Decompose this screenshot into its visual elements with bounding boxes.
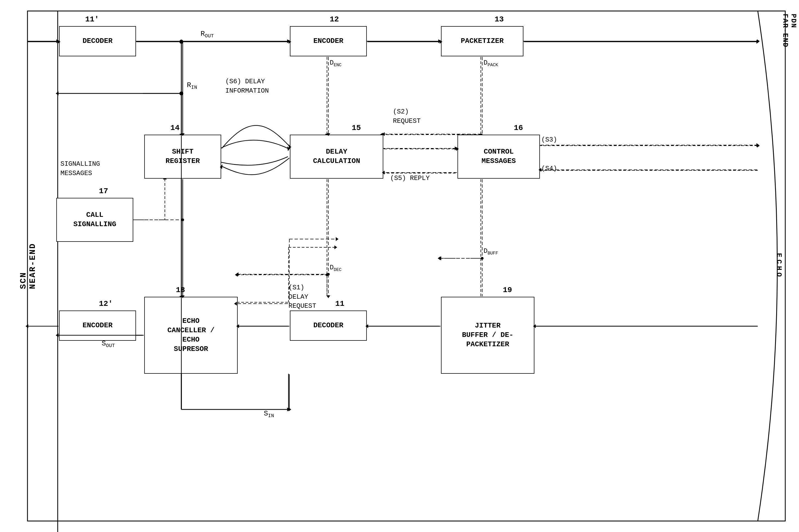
svg-point-102 bbox=[481, 257, 483, 260]
control-msg-block: CONTROLMESSAGES bbox=[457, 135, 540, 178]
svg-marker-98 bbox=[326, 296, 330, 298]
decoder-bot-block: DECODER bbox=[290, 310, 367, 341]
decoder-top-block: DECODER bbox=[59, 26, 136, 56]
encoder-bot-block: ENCODER bbox=[59, 310, 136, 341]
encoder-top-block: ENCODER bbox=[290, 26, 367, 56]
svg-marker-40 bbox=[455, 147, 457, 150]
svg-point-34 bbox=[326, 273, 328, 276]
left-label: SCNNEAR-END bbox=[19, 243, 37, 289]
right-label: PDNFAR-END bbox=[781, 14, 798, 48]
signalling-msg-label: SIGNALLINGMESSAGES bbox=[60, 159, 100, 178]
ref-11: 11 bbox=[335, 300, 345, 308]
r-in-label: RIN bbox=[187, 81, 197, 90]
ref-12: 12 bbox=[330, 15, 339, 24]
d-buff-label: DBUFF bbox=[483, 247, 498, 256]
svg-marker-79 bbox=[756, 40, 759, 44]
ref-12prime: 12' bbox=[99, 300, 113, 308]
packetizer-block: PACKETIZER bbox=[441, 26, 524, 56]
echo-label: ECHO bbox=[775, 253, 783, 279]
svg-point-83 bbox=[179, 92, 183, 95]
svg-marker-33 bbox=[235, 273, 238, 277]
svg-marker-64 bbox=[287, 147, 290, 151]
svg-marker-3 bbox=[56, 39, 59, 43]
ref-17: 17 bbox=[99, 187, 108, 195]
s1-label: (S1)DELAYREQUEST bbox=[288, 283, 316, 311]
svg-marker-54 bbox=[56, 333, 58, 337]
svg-marker-18 bbox=[56, 92, 58, 95]
s2-label: (S2)REQUEST bbox=[393, 107, 421, 126]
svg-marker-5 bbox=[287, 39, 290, 43]
svg-point-115 bbox=[181, 218, 184, 221]
echo-cancel-block: ECHOCANCELLER /ECHOSUPRESOR bbox=[144, 297, 238, 374]
ref-14: 14 bbox=[170, 124, 180, 132]
svg-marker-108 bbox=[756, 143, 759, 147]
ref-15: 15 bbox=[352, 124, 361, 132]
ref-13: 13 bbox=[495, 15, 504, 24]
svg-marker-44 bbox=[757, 144, 760, 148]
svg-marker-67 bbox=[287, 407, 290, 411]
svg-marker-60 bbox=[335, 245, 337, 249]
svg-point-11 bbox=[180, 40, 183, 43]
svg-marker-7 bbox=[438, 39, 441, 43]
s-in-label: SIN bbox=[264, 410, 274, 419]
r-out-label: ROUT bbox=[201, 30, 214, 39]
svg-marker-9 bbox=[757, 39, 760, 43]
d-pack-label: DPACK bbox=[483, 59, 498, 68]
diagram-svg bbox=[0, 0, 799, 532]
svg-marker-135 bbox=[25, 324, 28, 328]
d-enc-label: DENC bbox=[330, 59, 342, 68]
ref-19: 19 bbox=[503, 286, 512, 294]
jitter-buf-block: JITTERBUFFER / DE-PACKETIZER bbox=[441, 297, 534, 374]
svg-point-75 bbox=[179, 40, 183, 44]
diagram-container: SCNNEAR-END PDNFAR-END ECHO DECODER 11' … bbox=[0, 0, 799, 532]
s-out-label: SOUT bbox=[102, 339, 115, 348]
s5-label: (S5) REPLY bbox=[390, 174, 430, 182]
svg-marker-38 bbox=[438, 256, 440, 260]
s3-label: (S3) bbox=[541, 136, 557, 144]
delay-calc-block: DELAYCALCULATION bbox=[290, 135, 383, 178]
d-dec-label: DDEC bbox=[330, 264, 342, 272]
svg-marker-133 bbox=[288, 407, 291, 411]
svg-marker-82 bbox=[56, 92, 58, 95]
call-signalling-block: CALLSIGNALLING bbox=[56, 198, 133, 242]
svg-rect-0 bbox=[27, 11, 785, 521]
s4-label: (S4) bbox=[541, 165, 557, 172]
ref-11prime: 11' bbox=[85, 15, 99, 24]
svg-marker-96 bbox=[236, 272, 239, 276]
ref-18: 18 bbox=[176, 286, 185, 294]
svg-marker-101 bbox=[438, 256, 441, 260]
svg-marker-121 bbox=[336, 237, 339, 241]
svg-point-17 bbox=[180, 92, 183, 95]
svg-point-94 bbox=[327, 273, 330, 276]
ref-16: 16 bbox=[514, 124, 523, 132]
shift-register-block: SHIFTREGISTER bbox=[144, 135, 221, 178]
svg-marker-129 bbox=[56, 333, 58, 337]
arrows-overlay-svg bbox=[0, 0, 799, 532]
s6-label: (S6) DELAYINFORMATION bbox=[225, 77, 269, 95]
